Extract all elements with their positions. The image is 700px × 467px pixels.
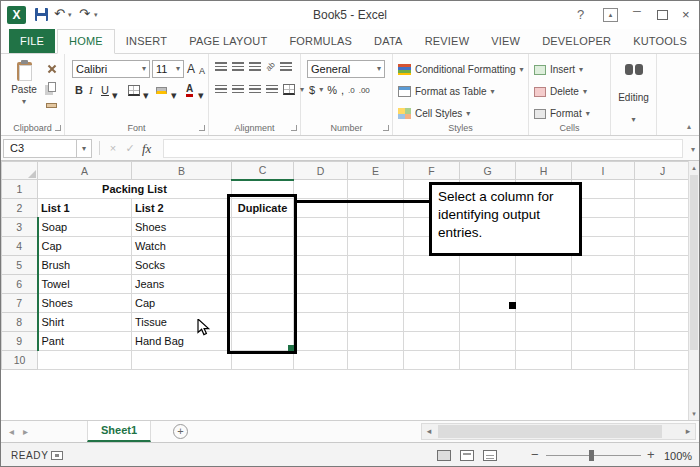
format-painter-button[interactable] (43, 98, 60, 113)
name-box-dropdown[interactable]: ▾ (77, 139, 92, 158)
clipboard-dialog-launcher[interactable] (55, 125, 61, 131)
col-header-j[interactable]: J (635, 162, 691, 180)
insert-function-button[interactable]: fx (142, 139, 151, 158)
row-header-1[interactable]: 1 (2, 180, 38, 199)
cell[interactable] (635, 332, 691, 351)
decrease-indent-icon[interactable] (266, 85, 278, 94)
align-left-icon[interactable] (215, 85, 227, 94)
conditional-formatting-button[interactable]: Conditional Formatting ▾ (398, 61, 524, 78)
cell[interactable] (348, 256, 404, 275)
cell[interactable] (516, 332, 572, 351)
cell[interactable] (572, 313, 635, 332)
cell-b4[interactable]: Watch (132, 237, 232, 256)
col-header-b[interactable]: B (132, 162, 232, 180)
scroll-left-button[interactable]: ◂ (422, 424, 436, 439)
next-sheet-button[interactable]: ▸ (23, 421, 28, 442)
page-layout-view-button[interactable] (460, 450, 474, 461)
formula-input[interactable] (163, 139, 683, 158)
cell-a2[interactable]: List 1 (38, 199, 132, 218)
scroll-down-button[interactable]: ▾ (689, 407, 699, 420)
cell-b5[interactable]: Socks (132, 256, 232, 275)
zoom-out-button[interactable]: − (531, 447, 539, 462)
enter-entry-button[interactable]: ✓ (122, 139, 138, 158)
row-header-10[interactable]: 10 (2, 351, 38, 370)
cell[interactable] (404, 332, 460, 351)
row-header-2[interactable]: 2 (2, 199, 38, 218)
cell-a8[interactable]: Shirt (38, 313, 132, 332)
fill-handle[interactable] (288, 345, 294, 351)
maximize-button[interactable] (657, 10, 668, 20)
currency-button[interactable]: $ (309, 84, 315, 96)
cell[interactable] (516, 256, 572, 275)
align-right-icon[interactable] (249, 85, 261, 94)
row-header-8[interactable]: 8 (2, 313, 38, 332)
cell[interactable] (460, 332, 516, 351)
cell[interactable] (348, 313, 404, 332)
tab-insert[interactable]: INSERT (115, 29, 178, 53)
cell[interactable] (294, 237, 348, 256)
cell[interactable] (460, 351, 516, 370)
decrease-font-button[interactable]: A (199, 63, 205, 79)
font-color-button[interactable]: A (181, 82, 198, 97)
tab-page-layout[interactable]: PAGE LAYOUT (178, 29, 278, 53)
borders-dropdown-icon[interactable]: ▾ (143, 87, 149, 103)
col-header-a[interactable]: A (38, 162, 132, 180)
cell[interactable] (348, 180, 404, 199)
select-all-button[interactable] (2, 162, 38, 180)
col-header-e[interactable]: E (348, 162, 404, 180)
cell[interactable] (294, 332, 348, 351)
underline-button[interactable]: U (101, 82, 109, 98)
cell-a1-packing-list[interactable]: Packing List (38, 180, 232, 199)
underline-dropdown-icon[interactable]: ▾ (112, 87, 118, 103)
align-center-icon[interactable] (232, 85, 244, 94)
col-header-d[interactable]: D (294, 162, 348, 180)
align-bottom-icon[interactable] (249, 62, 261, 71)
percent-button[interactable]: % (327, 84, 337, 96)
cell[interactable] (404, 256, 460, 275)
decrease-decimal-button[interactable]: .00 (359, 86, 370, 95)
cell[interactable] (572, 294, 635, 313)
tab-home[interactable]: HOME (57, 29, 115, 54)
row-header-4[interactable]: 4 (2, 237, 38, 256)
cell[interactable] (635, 218, 691, 237)
cell[interactable] (404, 313, 460, 332)
cell[interactable] (635, 275, 691, 294)
cell[interactable] (294, 294, 348, 313)
ribbon-display-options-button[interactable]: ▴ (603, 8, 618, 22)
cell[interactable] (294, 218, 348, 237)
comma-button[interactable]: , (341, 84, 344, 96)
col-header-h[interactable]: H (516, 162, 572, 180)
col-header-i[interactable]: I (572, 162, 635, 180)
cancel-entry-button[interactable]: × (105, 139, 121, 158)
paste-button[interactable]: Paste ▾ (7, 59, 41, 121)
delete-cells-button[interactable]: Delete ▾ (534, 83, 587, 100)
increase-decimal-button[interactable]: .0 (348, 86, 355, 95)
cell[interactable] (635, 199, 691, 218)
cell[interactable] (348, 332, 404, 351)
cell[interactable] (294, 351, 348, 370)
fill-color-dropdown-icon[interactable]: ▾ (171, 87, 177, 103)
cell-a9[interactable]: Pant (38, 332, 132, 351)
vertical-scroll-thumb[interactable] (690, 175, 698, 350)
cell[interactable] (516, 313, 572, 332)
cell[interactable] (294, 256, 348, 275)
cell[interactable] (516, 351, 572, 370)
font-name-combo[interactable]: Calibri ▾ (72, 60, 150, 78)
horizontal-scroll-thumb[interactable] (438, 425, 662, 438)
tab-file[interactable]: FILE (9, 29, 55, 53)
cell[interactable] (572, 275, 635, 294)
insert-cells-button[interactable]: Insert ▾ (534, 61, 583, 78)
format-cells-button[interactable]: Format ▾ (534, 105, 590, 122)
row-header-9[interactable]: 9 (2, 332, 38, 351)
font-dialog-launcher[interactable] (199, 125, 205, 131)
cut-button[interactable] (43, 61, 60, 76)
tab-data[interactable]: DATA (363, 29, 414, 53)
cell-b8[interactable]: Tissue (132, 313, 232, 332)
cell[interactable] (572, 256, 635, 275)
cell[interactable] (460, 275, 516, 294)
cell[interactable] (132, 351, 232, 370)
help-button[interactable]: ? (577, 7, 584, 22)
col-header-f[interactable]: F (404, 162, 460, 180)
cell[interactable] (348, 351, 404, 370)
cell[interactable] (516, 294, 572, 313)
